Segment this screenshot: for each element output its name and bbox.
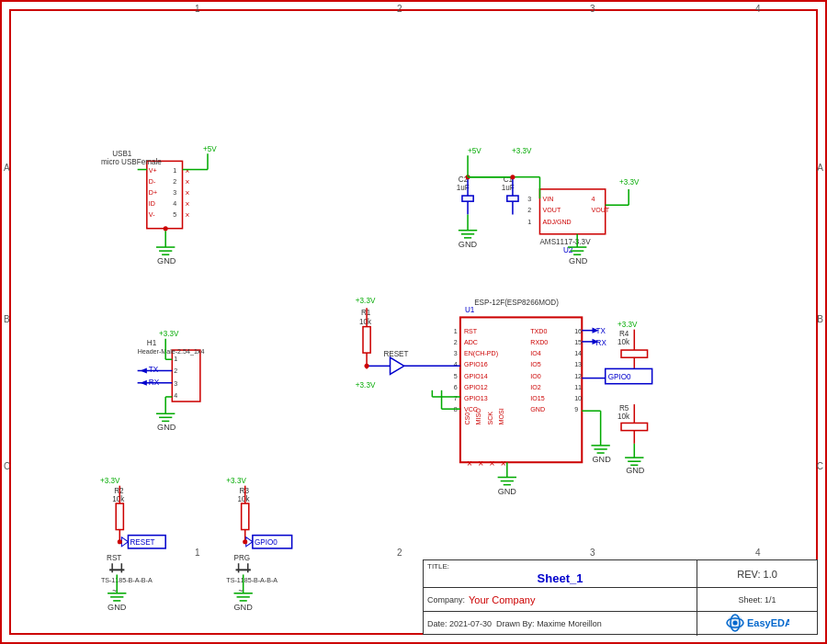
col-4-bottom: 4 bbox=[755, 548, 761, 558]
drawn-value: Maxime Moreillon bbox=[537, 619, 602, 628]
sheet-label: Sheet: bbox=[738, 595, 762, 604]
col-1-bottom: 1 bbox=[195, 548, 200, 558]
logo-area: EasyEDA bbox=[697, 612, 817, 636]
title-label: TITLE: bbox=[427, 562, 693, 571]
col-3-top: 3 bbox=[590, 4, 595, 14]
row-a-right: A bbox=[817, 163, 823, 173]
rev-label: REV: bbox=[737, 569, 760, 580]
svg-point-234 bbox=[733, 621, 738, 626]
company-label: Company: bbox=[427, 595, 465, 604]
company-value: Your Company bbox=[469, 594, 535, 605]
date-label: Date: bbox=[427, 619, 447, 628]
svg-text:EasyEDA: EasyEDA bbox=[747, 617, 789, 628]
date-value: 2021-07-30 bbox=[449, 619, 492, 628]
col-1-top: 1 bbox=[195, 4, 200, 14]
company-area: Company: Your Company bbox=[424, 588, 697, 612]
title-value: Sheet_1 bbox=[427, 571, 693, 585]
row-c-left: C bbox=[4, 461, 10, 471]
col-4-top: 4 bbox=[755, 4, 761, 14]
date-area: Date: 2021-07-30 Drawn By: Maxime Moreil… bbox=[424, 612, 697, 636]
col-2-top: 2 bbox=[397, 4, 402, 14]
sheet-value: 1/1 bbox=[765, 595, 776, 604]
outer-border bbox=[9, 9, 818, 635]
row-b-left: B bbox=[4, 314, 10, 324]
row-c-right: C bbox=[817, 461, 823, 471]
drawn-label: Drawn By: bbox=[496, 619, 535, 628]
row-a-left: A bbox=[4, 163, 10, 173]
sheet-area: Sheet: 1/1 bbox=[697, 588, 817, 612]
col-3-bottom: 3 bbox=[590, 548, 595, 558]
easyeda-logo: EasyEDA bbox=[725, 613, 789, 635]
schematic-container: 1 2 3 4 1 2 3 4 A B C A B C V+ D- D+ ID … bbox=[0, 0, 827, 644]
title-block: TITLE: Sheet_1 REV: 1.0 Company: Your Co… bbox=[423, 559, 818, 635]
col-2-bottom: 2 bbox=[397, 548, 402, 558]
rev-area: REV: 1.0 bbox=[697, 560, 817, 588]
rev-value: 1.0 bbox=[764, 569, 777, 580]
row-b-right: B bbox=[817, 314, 823, 324]
title-area: TITLE: Sheet_1 bbox=[424, 560, 697, 588]
